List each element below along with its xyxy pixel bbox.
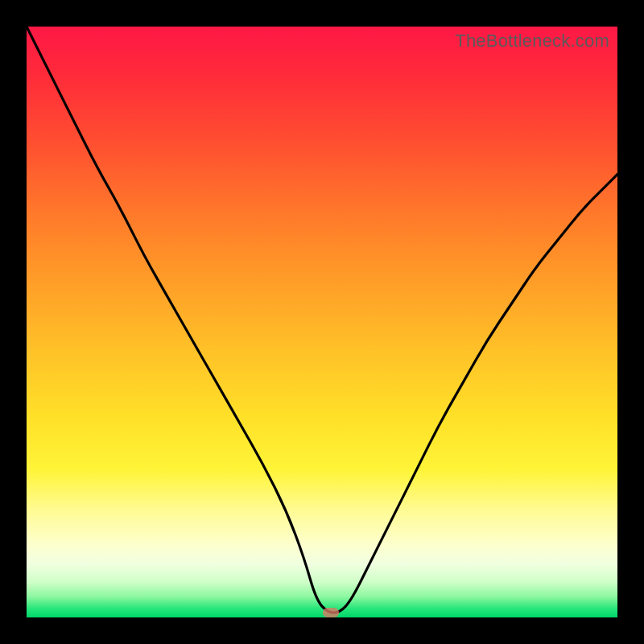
chart-frame: TheBottleneck.com bbox=[0, 0, 644, 644]
bottleneck-curve bbox=[27, 27, 617, 617]
curve-path bbox=[27, 27, 617, 613]
optimal-point-marker bbox=[323, 608, 339, 617]
plot-area: TheBottleneck.com bbox=[27, 27, 617, 617]
